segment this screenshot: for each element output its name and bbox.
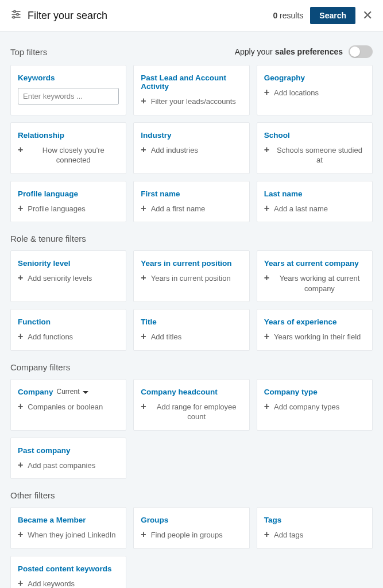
filter-action[interactable]: + Add a last name: [264, 204, 365, 214]
keywords-input[interactable]: [18, 88, 119, 105]
results-value: 0: [273, 11, 277, 20]
plus-icon: +: [264, 204, 269, 213]
filter-action[interactable]: + Add range for employee count: [141, 402, 242, 422]
plus-icon: +: [141, 96, 146, 106]
filter-title: School: [264, 131, 365, 140]
search-button[interactable]: Search: [310, 7, 355, 24]
filter-title: Geography: [264, 74, 365, 82]
filter-posted-keywords: Posted content keywords + Add keywords: [10, 556, 126, 588]
filter-action[interactable]: + Add company types: [264, 402, 365, 412]
section-company-title: Company filters: [10, 362, 70, 372]
filter-icon: [10, 9, 22, 22]
filter-action[interactable]: + Profile languages: [18, 204, 119, 214]
filter-groups: Groups + Find people in groups: [133, 507, 249, 549]
filter-title: Last name: [264, 189, 365, 198]
filter-title: Past company: [18, 446, 119, 455]
filter-title: Function: [18, 318, 119, 326]
plus-icon: +: [18, 273, 23, 283]
filter-action[interactable]: + When they joined LinkedIn: [18, 530, 119, 540]
filter-tags: Tags + Add tags: [257, 507, 373, 549]
plus-icon: +: [141, 530, 146, 539]
chevron-down-icon: [83, 391, 88, 394]
plus-icon: +: [264, 273, 269, 283]
filter-action[interactable]: + Years working in their field: [264, 332, 365, 342]
filter-action[interactable]: + Schools someone studied at: [264, 145, 365, 165]
filter-geography: Geography + Add locations: [257, 65, 373, 115]
filter-years-position: Years in current position + Years in cur…: [133, 250, 249, 302]
plus-icon: +: [264, 145, 269, 154]
filter-action[interactable]: + Companies or boolean: [18, 402, 119, 412]
filter-title: Company type: [264, 388, 365, 396]
filter-title: Relationship: [18, 131, 119, 140]
filter-action[interactable]: + Years in current position: [141, 273, 242, 284]
filter-title: Past Lead and Account Activity: [141, 74, 242, 91]
plus-icon: +: [264, 88, 269, 97]
filter-years-company: Years at current company + Years working…: [257, 250, 373, 302]
filter-company-type: Company type + Add company types: [257, 379, 373, 431]
header-right: 0 results Search ✕: [273, 7, 373, 24]
svg-point-3: [17, 13, 18, 15]
filter-action[interactable]: + Filter your leads/accounts: [141, 96, 242, 107]
filter-title: Years of experience: [264, 318, 365, 326]
filter-title: Profile language: [18, 189, 119, 198]
filter-title: Company Current: [18, 388, 119, 396]
sales-preferences-toggle[interactable]: [349, 45, 373, 58]
filter-title: Tags: [264, 516, 365, 524]
svg-point-5: [13, 16, 14, 18]
svg-point-1: [14, 10, 16, 12]
header-left: Filter your search: [10, 9, 107, 22]
role-filters-grid: Seniority level + Add seniority levels Y…: [10, 250, 373, 351]
filter-action[interactable]: + Add locations: [264, 88, 365, 98]
plus-icon: +: [18, 402, 23, 411]
filters-body: Top filters Apply your sales preferences…: [0, 32, 383, 588]
company-filters-grid: Company Current + Companies or boolean C…: [10, 379, 373, 479]
company-scope-dropdown[interactable]: Current: [57, 388, 88, 396]
filter-relationship: Relationship + How closely you're connec…: [10, 122, 126, 174]
header-bar: Filter your search 0 results Search ✕: [0, 0, 383, 32]
filter-first-name: First name + Add a first name: [133, 181, 249, 223]
section-company-row: Company filters: [10, 362, 373, 372]
filter-action[interactable]: + Add seniority levels: [18, 273, 119, 284]
filter-school: School + Schools someone studied at: [257, 122, 373, 174]
filter-title-filter: Title + Add titles: [133, 309, 249, 351]
filter-action[interactable]: + Add past companies: [18, 461, 119, 471]
filter-action[interactable]: + Add functions: [18, 332, 119, 342]
filter-action[interactable]: + Find people in groups: [141, 530, 242, 540]
filter-action[interactable]: + Add tags: [264, 530, 365, 540]
section-other-title: Other filters: [10, 490, 55, 500]
plus-icon: +: [264, 530, 269, 539]
filter-seniority: Seniority level + Add seniority levels: [10, 250, 126, 302]
filter-action[interactable]: + How closely you're connected: [18, 145, 119, 165]
section-role-title: Role & tenure filters: [10, 234, 86, 243]
filter-title: Title: [141, 318, 242, 326]
results-word: results: [280, 11, 303, 20]
filter-action[interactable]: + Add titles: [141, 332, 242, 342]
filter-title: Posted content keywords: [18, 564, 119, 573]
plus-icon: +: [18, 461, 23, 470]
section-role-row: Role & tenure filters: [10, 234, 373, 243]
page-title: Filter your search: [28, 10, 107, 22]
plus-icon: +: [18, 204, 23, 213]
filter-action[interactable]: + Years working at current company: [264, 273, 365, 293]
sales-preferences-toggle-group: Apply your sales preferences: [235, 45, 373, 58]
close-icon[interactable]: ✕: [362, 9, 373, 22]
plus-icon: +: [18, 145, 23, 154]
top-filters-grid: Keywords Past Lead and Account Activity …: [10, 65, 373, 222]
plus-icon: +: [18, 332, 23, 341]
filter-became-member: Became a Member + When they joined Linke…: [10, 507, 126, 549]
toggle-knob: [350, 47, 360, 57]
prefs-label: Apply your sales preferences: [235, 47, 343, 56]
filter-profile-language: Profile language + Profile languages: [10, 181, 126, 223]
filter-action[interactable]: + Add keywords: [18, 579, 119, 588]
filter-action[interactable]: + Add industries: [141, 145, 242, 156]
plus-icon: +: [18, 579, 23, 588]
filter-title: Seniority level: [18, 259, 119, 268]
filter-company: Company Current + Companies or boolean: [10, 379, 126, 431]
filter-title: Company headcount: [141, 388, 242, 396]
filter-years-experience: Years of experience + Years working in t…: [257, 309, 373, 351]
section-top-title: Top filters: [10, 47, 47, 57]
filter-action[interactable]: + Add a first name: [141, 204, 242, 214]
filter-function: Function + Add functions: [10, 309, 126, 351]
filter-title: Keywords: [18, 74, 119, 82]
plus-icon: +: [141, 145, 146, 154]
